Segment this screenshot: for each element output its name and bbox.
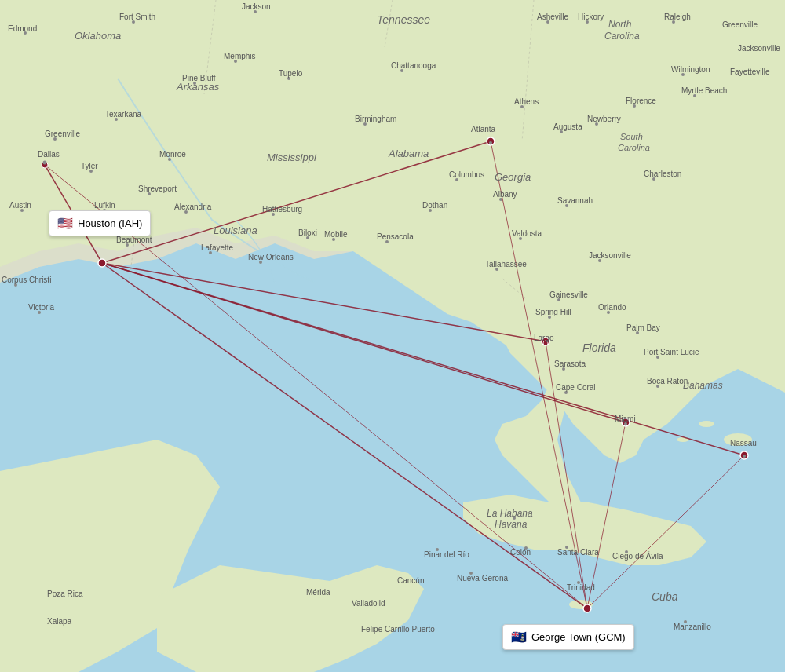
svg-text:Augusta: Augusta [553, 122, 582, 131]
svg-text:Pinar del Río: Pinar del Río [424, 550, 469, 559]
svg-text:Corpus Christi: Corpus Christi [2, 276, 51, 284]
svg-text:Tennessee: Tennessee [377, 13, 430, 26]
svg-text:Ciego de Ávila: Ciego de Ávila [612, 551, 663, 561]
svg-text:Spring Hill: Spring Hill [535, 308, 571, 316]
svg-text:Poza Rica: Poza Rica [47, 590, 83, 598]
svg-text:Arkansas: Arkansas [176, 81, 220, 93]
svg-text:Oklahoma: Oklahoma [75, 30, 121, 42]
svg-text:Dothan: Dothan [422, 201, 447, 210]
us-flag-icon: 🇺🇸 [57, 216, 73, 231]
svg-text:Xalapa: Xalapa [47, 617, 72, 626]
svg-text:Shreveport: Shreveport [138, 184, 177, 193]
svg-text:Florida: Florida [582, 341, 616, 354]
svg-text:Dallas: Dallas [38, 150, 60, 159]
svg-text:Bahamas: Bahamas [683, 380, 723, 391]
svg-text:Mobile: Mobile [324, 230, 348, 239]
svg-text:Tallahassee: Tallahassee [485, 260, 527, 268]
svg-text:Alexandria: Alexandria [174, 203, 212, 211]
svg-text:Greenville: Greenville [722, 20, 758, 29]
svg-text:Fayetteville: Fayetteville [730, 68, 770, 76]
svg-point-64 [489, 141, 492, 144]
svg-text:Texarkana: Texarkana [105, 110, 142, 119]
svg-text:South: South [620, 132, 643, 141]
svg-text:Asheville: Asheville [537, 13, 568, 21]
svg-text:Colón: Colón [510, 548, 531, 557]
svg-text:Mississippi: Mississippi [267, 152, 317, 163]
svg-text:Alabama: Alabama [388, 148, 429, 159]
george-town-airport-text: George Town (GCM) [531, 631, 626, 643]
svg-text:New Orleans: New Orleans [248, 253, 294, 261]
svg-text:Cuba: Cuba [652, 590, 678, 603]
svg-text:Tyler: Tyler [81, 162, 98, 170]
svg-text:Pensacola: Pensacola [377, 232, 414, 241]
svg-text:Memphis: Memphis [224, 52, 256, 60]
svg-text:Raleigh: Raleigh [664, 13, 691, 21]
svg-text:Valdosta: Valdosta [512, 229, 542, 238]
map-container: Oklahoma Arkansas Tennessee North Caroli… [0, 0, 785, 672]
svg-text:Florence: Florence [626, 97, 656, 105]
svg-text:Orlando: Orlando [598, 303, 626, 312]
svg-text:Atlanta: Atlanta [471, 125, 496, 133]
svg-text:Hattiesburg: Hattiesburg [262, 205, 302, 214]
svg-text:Sarasota: Sarasota [554, 360, 586, 368]
svg-text:Biloxi: Biloxi [298, 228, 317, 237]
svg-text:Fort Smith: Fort Smith [119, 13, 155, 21]
svg-text:Myrtle Beach: Myrtle Beach [681, 86, 727, 95]
svg-text:Manzanillo: Manzanillo [674, 623, 711, 631]
svg-text:Birmingham: Birmingham [355, 115, 396, 123]
svg-text:Boca Raton: Boca Raton [647, 377, 688, 385]
svg-point-9 [699, 421, 714, 427]
svg-text:Cancún: Cancún [397, 576, 424, 585]
svg-text:Edmond: Edmond [8, 24, 37, 33]
svg-point-50 [43, 161, 47, 165]
svg-text:Hickory: Hickory [578, 13, 604, 21]
svg-text:Columbus: Columbus [449, 170, 484, 179]
houston-airport-text: Houston (IAH) [78, 217, 142, 229]
svg-text:Jacksonville: Jacksonville [589, 251, 631, 260]
svg-text:Albany: Albany [493, 190, 517, 199]
svg-text:Felipe Carrillo Puerto: Felipe Carrillo Puerto [361, 625, 435, 634]
svg-text:Wilmington: Wilmington [671, 65, 710, 74]
svg-text:Nassau: Nassau [730, 439, 757, 447]
svg-text:Port Saint Lucie: Port Saint Lucie [644, 348, 699, 356]
svg-text:Havana: Havana [495, 519, 528, 530]
svg-text:Gainesville: Gainesville [550, 290, 588, 299]
svg-text:Beaumont: Beaumont [116, 236, 152, 244]
svg-text:Nueva Gerona: Nueva Gerona [457, 574, 508, 583]
svg-text:Largo: Largo [534, 334, 554, 342]
svg-text:Louisiana: Louisiana [214, 225, 257, 236]
svg-text:Austin: Austin [9, 201, 31, 210]
svg-point-27 [98, 259, 106, 267]
houston-airport-label: 🇺🇸 Houston (IAH) [49, 210, 151, 236]
svg-text:Jackson: Jackson [242, 2, 271, 11]
svg-text:Pine Bluff: Pine Bluff [182, 74, 216, 82]
svg-text:Greenville: Greenville [45, 130, 80, 138]
svg-text:Carolina: Carolina [604, 31, 640, 42]
svg-text:Cape Coral: Cape Coral [556, 383, 596, 392]
cayman-flag-icon: 🇰🇾 [511, 630, 527, 645]
svg-text:Jacksonville: Jacksonville [738, 44, 780, 53]
svg-text:Mérida: Mérida [306, 588, 330, 597]
svg-text:Athens: Athens [514, 97, 539, 106]
svg-point-128 [743, 455, 746, 458]
svg-text:Charleston: Charleston [644, 170, 681, 178]
svg-text:Chattanooga: Chattanooga [391, 61, 436, 70]
svg-text:Monroe: Monroe [159, 150, 186, 159]
george-town-airport-label: 🇰🇾 George Town (GCM) [502, 624, 634, 650]
svg-text:Georgia: Georgia [495, 171, 531, 183]
svg-text:La Habana: La Habana [487, 508, 533, 519]
svg-point-169 [513, 517, 516, 520]
svg-text:Valladolid: Valladolid [352, 599, 385, 608]
svg-text:North: North [608, 19, 632, 30]
svg-point-33 [583, 604, 591, 612]
svg-text:Palm Bay: Palm Bay [626, 323, 660, 332]
svg-text:Carolina: Carolina [618, 143, 650, 152]
svg-text:Lafayette: Lafayette [201, 243, 234, 252]
svg-text:Trinidad: Trinidad [567, 583, 595, 592]
svg-text:Miami: Miami [615, 415, 636, 423]
svg-text:Lufkin: Lufkin [94, 201, 115, 210]
svg-text:Santa Clara: Santa Clara [557, 548, 599, 557]
svg-text:Victoria: Victoria [28, 303, 55, 312]
svg-text:Tupelo: Tupelo [279, 69, 303, 78]
svg-text:Newberry: Newberry [587, 115, 621, 123]
